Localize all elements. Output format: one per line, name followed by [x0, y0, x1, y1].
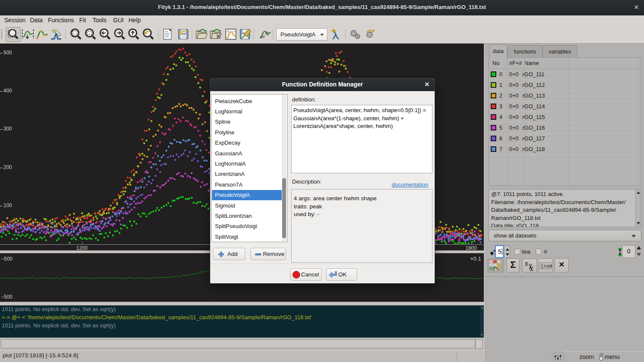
svg-text:[nam: [nam: [541, 264, 552, 269]
